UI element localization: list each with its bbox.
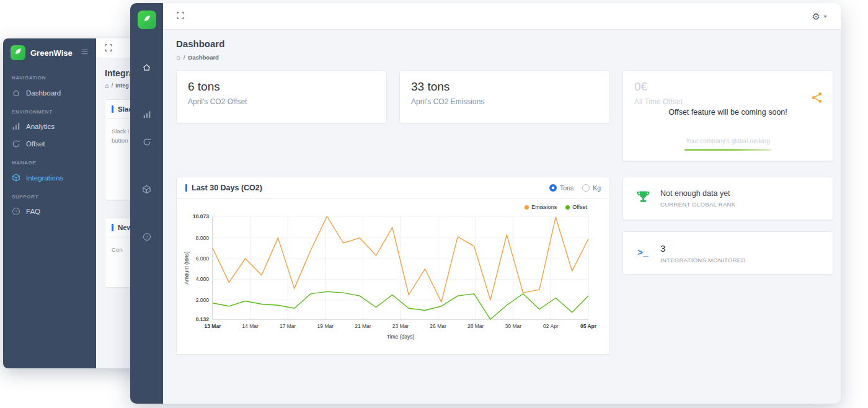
share-icon	[811, 95, 823, 105]
svg-text:14 Mar: 14 Mar	[242, 323, 259, 329]
integrations-count: 3	[660, 243, 746, 254]
main-window: ? ⚙ Dashboard ⌂ / Dashboard 6 tons April…	[130, 3, 841, 404]
all-time-offset-card: 0€ All Time Offset Offset feature will b…	[622, 70, 833, 161]
sidebar-item-label: Analytics	[26, 123, 55, 130]
svg-text:?: ?	[145, 234, 148, 240]
rank-title: Not enough data yet	[660, 189, 735, 198]
chevron-down-icon[interactable]	[823, 16, 827, 18]
summary-cards-column: Not enough data yet CURRENT GLOBAL RANK …	[622, 177, 833, 275]
brand-name: GreenWise	[30, 48, 73, 58]
question-icon: ?	[12, 207, 20, 216]
emissions-stat-card: 33 tons April's CO2 Emissions	[399, 70, 610, 123]
ranking-progress-bar	[684, 149, 771, 151]
legend-dot	[525, 205, 529, 210]
leaf-icon	[142, 14, 152, 26]
home-icon	[142, 63, 151, 74]
cube-icon	[12, 173, 20, 182]
cube-icon	[142, 185, 151, 197]
legend-emissions: Emissions	[525, 204, 557, 210]
ranking-label: Your company's global ranking	[623, 138, 833, 144]
terminal-icon: >_	[634, 248, 652, 259]
sidebar-nav: NAVIGATIONDashboardENVIRONMENTAnalyticsO…	[3, 68, 96, 220]
card-accent-bar	[112, 105, 113, 113]
fullscreen-icon[interactable]	[177, 11, 184, 22]
sidebar-section-label: SUPPORT	[3, 187, 96, 203]
svg-text:4.000: 4.000	[196, 276, 210, 282]
integrations-label: INTEGRATIONS MONITORED	[660, 257, 746, 264]
sidebar-item-integrations[interactable]: Integrations	[3, 169, 96, 187]
legend-offset: Offset	[565, 204, 587, 210]
radio-icon	[582, 184, 590, 192]
refresh-icon	[12, 140, 20, 148]
sidebar-toggle-icon[interactable]	[81, 47, 89, 58]
sidebar-section-label: NAVIGATION	[3, 68, 96, 84]
offset-stat-card: 6 tons April's CO2 Offset	[176, 70, 387, 123]
sidebar-item-integrations[interactable]	[130, 182, 163, 199]
main-area: ⚙ Dashboard ⌂ / Dashboard 6 tons April's…	[163, 3, 841, 404]
hamburger-icon	[81, 47, 89, 58]
svg-text:26 Mar: 26 Mar	[430, 323, 446, 329]
global-ranking: Your company's global ranking	[623, 138, 833, 151]
legend-dot	[565, 205, 570, 210]
sidebar-item-faq[interactable]: ?	[130, 230, 163, 246]
global-rank-card: Not enough data yet CURRENT GLOBAL RANK	[622, 177, 833, 220]
share-icon[interactable]	[811, 92, 823, 106]
trophy-icon	[634, 190, 652, 208]
stat-value: 0€	[634, 80, 822, 94]
chart-title: Last 30 Days (CO2)	[192, 184, 262, 192]
sidebar-item-dashboard[interactable]	[130, 60, 163, 77]
last-30-days-chart-card: Last 30 Days (CO2) TonsKg EmissionsOffse…	[176, 177, 610, 355]
svg-text:21 Mar: 21 Mar	[355, 323, 371, 329]
stat-value: 6 tons	[188, 80, 375, 94]
svg-text:30 Mar: 30 Mar	[505, 323, 522, 329]
sidebar-section-label: ENVIRONMENT	[3, 102, 96, 118]
sidebar-item-offset[interactable]: Offset	[3, 135, 96, 153]
stat-value: 33 tons	[411, 80, 598, 94]
svg-text:8.000: 8.000	[196, 235, 210, 241]
home-icon	[12, 88, 20, 97]
unit-radio-kg[interactable]: Kg	[582, 184, 601, 192]
home-icon[interactable]: ⌂	[176, 53, 180, 61]
svg-text:?: ?	[15, 209, 17, 215]
chart-body: EmissionsOffset 13 Mar14 Mar17 Mar19 Mar…	[177, 199, 609, 348]
breadcrumb-separator: /	[184, 54, 185, 61]
sidebar-item-dashboard[interactable]: Dashboard	[3, 84, 96, 102]
bar-chart-icon	[12, 122, 20, 131]
stat-cards-row: 6 tons April's CO2 Offset 33 tons April'…	[176, 70, 828, 161]
greenwise-logo[interactable]	[138, 11, 156, 29]
coming-soon-tooltip: Offset feature will be coming soon!	[623, 108, 833, 117]
radio-icon	[549, 184, 557, 192]
radio-label: Tons	[560, 184, 574, 192]
sidebar-item-analytics[interactable]: Analytics	[3, 118, 96, 135]
leaf-icon	[13, 47, 23, 59]
chart-card-header: Last 30 Days (CO2) TonsKg	[177, 177, 609, 199]
sidebar-item-label: Dashboard	[26, 89, 61, 97]
stat-label: April's CO2 Offset	[188, 97, 375, 106]
card-accent-bar	[185, 184, 187, 192]
sidebar-item-analytics[interactable]	[130, 108, 163, 124]
svg-text:6.000: 6.000	[196, 255, 210, 262]
question-icon: ?	[143, 233, 151, 244]
breadcrumb-current: Integ	[115, 82, 129, 89]
topbar: ⚙	[163, 3, 841, 30]
sidebar-item-faq[interactable]: ?FAQ	[3, 203, 96, 220]
stat-label: April's CO2 Emissions	[411, 97, 598, 106]
co2-line-chart: 13 Mar14 Mar17 Mar19 Mar21 Mar23 Mar26 M…	[182, 211, 598, 344]
unit-radio-tons[interactable]: Tons	[549, 184, 574, 192]
breadcrumb: ⌂ / Dashboard	[176, 53, 828, 61]
sidebar-item-label: FAQ	[26, 208, 40, 215]
svg-text:Time (days): Time (days)	[387, 334, 415, 340]
sidebar-item-label: Offset	[26, 140, 45, 148]
rank-subtitle: CURRENT GLOBAL RANK	[660, 201, 735, 208]
fullscreen-icon[interactable]	[105, 43, 112, 54]
svg-text:19 Mar: 19 Mar	[317, 323, 334, 329]
svg-text:10.073: 10.073	[193, 213, 209, 220]
svg-text:02 Apr: 02 Apr	[543, 323, 559, 329]
stat-label: All Time Offset	[634, 97, 822, 106]
gear-icon[interactable]: ⚙	[812, 12, 820, 21]
chart-row: Last 30 Days (CO2) TonsKg EmissionsOffse…	[176, 177, 828, 355]
refresh-icon	[143, 138, 151, 149]
sidebar-item-offset[interactable]	[130, 135, 163, 151]
greenwise-logo	[11, 45, 25, 60]
sidebar-brand: GreenWise	[3, 38, 96, 68]
